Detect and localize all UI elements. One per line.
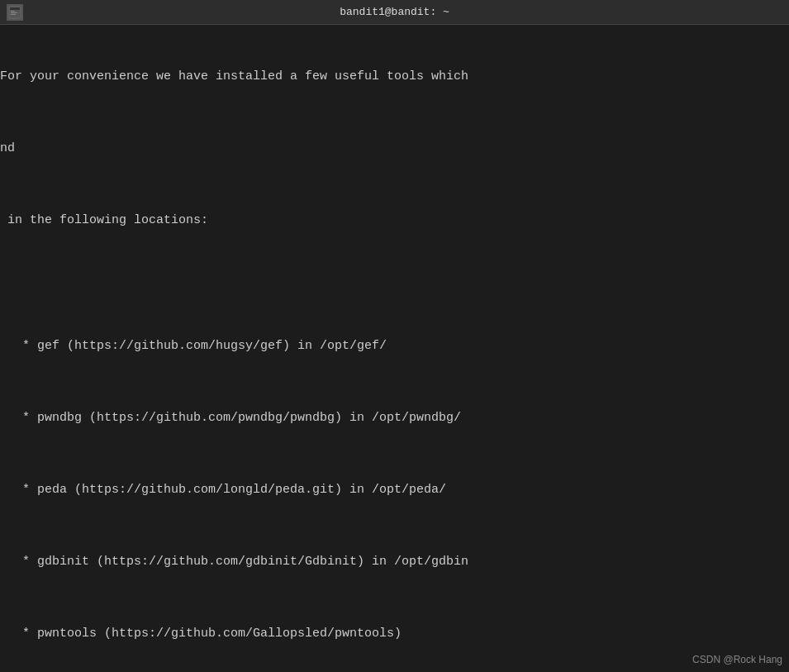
terminal-body[interactable]: For your convenience we have installed a… xyxy=(0,25,789,672)
title-bar-left xyxy=(7,4,23,21)
svg-rect-4 xyxy=(11,14,16,15)
terminal-window: bandit1@bandit: ~ For your convenience w… xyxy=(0,0,789,672)
line-6: * pwndbg (https://github.com/pwndbg/pwnd… xyxy=(0,409,789,427)
svg-rect-1 xyxy=(10,7,20,10)
line-2: nd xyxy=(0,140,789,158)
terminal-content: For your convenience we have installed a… xyxy=(0,28,789,672)
line-5: * gef (https://github.com/hugsy/gef) in … xyxy=(0,337,789,355)
svg-rect-2 xyxy=(11,11,15,12)
line-7: * peda (https://github.com/longld/peda.g… xyxy=(0,481,789,499)
title-bar: bandit1@bandit: ~ xyxy=(0,0,789,25)
line-3: in the following locations: xyxy=(0,212,789,230)
line-9: * pwntools (https://github.com/Gallopsle… xyxy=(0,625,789,643)
line-8: * gdbinit (https://github.com/gdbinit/Gd… xyxy=(0,553,789,571)
title-bar-title: bandit1@bandit: ~ xyxy=(340,6,449,18)
watermark: CSDN @Rock Hang xyxy=(692,654,782,665)
svg-rect-3 xyxy=(11,12,17,13)
terminal-icon xyxy=(7,4,23,21)
line-1: For your convenience we have installed a… xyxy=(0,68,789,86)
